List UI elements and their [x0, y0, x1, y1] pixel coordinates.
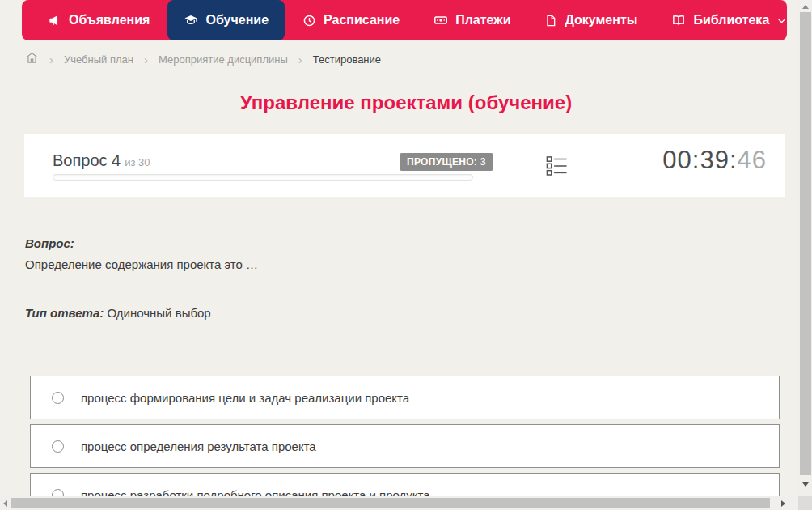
question-of-label: из 30	[125, 156, 150, 168]
nav-item-library[interactable]: Библиотека	[655, 0, 803, 40]
timer-seconds: 46	[738, 146, 767, 174]
horizontal-scrollbar-thumb[interactable]	[11, 498, 770, 508]
radio-button[interactable]	[52, 392, 64, 404]
graduation-cap-icon	[184, 13, 198, 28]
answer-type-value: Одиночный выбор	[107, 306, 210, 320]
nav-item-schedule[interactable]: Расписание	[286, 0, 416, 40]
vertical-scrollbar-thumb[interactable]	[800, 12, 811, 475]
answer-options: процесс формирования цели и задач реализ…	[30, 376, 780, 510]
nav-item-label: Обучение	[205, 13, 269, 28]
timer: 00:39:46	[662, 146, 767, 175]
clock-icon	[302, 14, 316, 28]
nav-item-announcements[interactable]: Объявления	[32, 0, 166, 40]
radio-button[interactable]	[52, 440, 64, 453]
timer-main: 00:39:	[662, 146, 737, 174]
scrollbar-corner	[798, 496, 812, 510]
document-icon	[544, 14, 557, 28]
answer-option-label: процесс формирования цели и задач реализ…	[81, 391, 409, 405]
test-page: Объявления Обучение Расписание Платежи Д…	[0, 0, 812, 510]
scroll-right-arrow-icon[interactable]	[781, 500, 785, 507]
megaphone-icon	[48, 14, 61, 28]
nav-item-learning[interactable]: Обучение	[167, 0, 285, 40]
breadcrumb-separator: ›	[298, 53, 302, 66]
question-label: Вопрос:	[25, 236, 258, 250]
chevron-down-icon	[776, 15, 787, 26]
breadcrumb-curriculum[interactable]: Учебный план	[64, 53, 133, 66]
question-number-label: Вопрос 4	[53, 151, 121, 169]
answer-option-2[interactable]: процесс определения результата проекта	[30, 424, 780, 468]
nav-item-label: Объявления	[69, 13, 150, 28]
page-title: Управление проектами (обучение)	[0, 91, 812, 114]
home-icon[interactable]	[25, 51, 39, 67]
skipped-badge: ПРОПУЩЕНО: 3	[400, 153, 493, 171]
scroll-down-arrow-icon[interactable]	[802, 482, 809, 487]
payment-icon	[433, 13, 448, 28]
question-list-button[interactable]	[546, 155, 568, 181]
breadcrumb-separator: ›	[144, 53, 148, 66]
answer-type-row: Тип ответа: Одиночный выбор	[25, 306, 211, 320]
question-list-icon	[546, 166, 568, 180]
question-header-card: Вопрос 4из 30 ПРОПУЩЕНО: 3 00:39:46	[24, 134, 785, 197]
nav-item-label: Библиотека	[693, 13, 769, 28]
nav-item-payments[interactable]: Платежи	[417, 0, 527, 40]
scroll-up-arrow-icon[interactable]	[802, 5, 809, 9]
horizontal-scrollbar[interactable]	[0, 496, 798, 510]
answer-type-label: Тип ответа:	[25, 306, 104, 320]
vertical-scrollbar[interactable]	[798, 0, 812, 496]
book-icon	[671, 13, 686, 28]
nav-item-label: Документы	[565, 13, 637, 28]
question-number: Вопрос 4из 30	[53, 151, 150, 170]
breadcrumb-separator: ›	[49, 53, 53, 66]
nav-item-documents[interactable]: Документы	[528, 0, 653, 40]
answer-option-1[interactable]: процесс формирования цели и задач реализ…	[30, 376, 780, 419]
question-progress-bar	[53, 174, 473, 181]
breadcrumb: › Учебный план › Мероприятие дисциплины …	[25, 49, 381, 70]
nav-item-label: Платежи	[455, 13, 510, 28]
scroll-left-arrow-icon[interactable]	[3, 500, 7, 507]
breadcrumb-testing: Тестирование	[313, 53, 381, 66]
main-nav: Объявления Обучение Расписание Платежи Д…	[22, 0, 787, 40]
question-text: Определение содержания проекта это …	[25, 257, 258, 271]
question-body: Вопрос: Определение содержания проекта э…	[25, 236, 258, 271]
answer-option-label: процесс определения результата проекта	[81, 440, 316, 453]
nav-item-label: Расписание	[324, 13, 400, 28]
breadcrumb-discipline-event[interactable]: Мероприятие дисциплины	[159, 53, 288, 66]
